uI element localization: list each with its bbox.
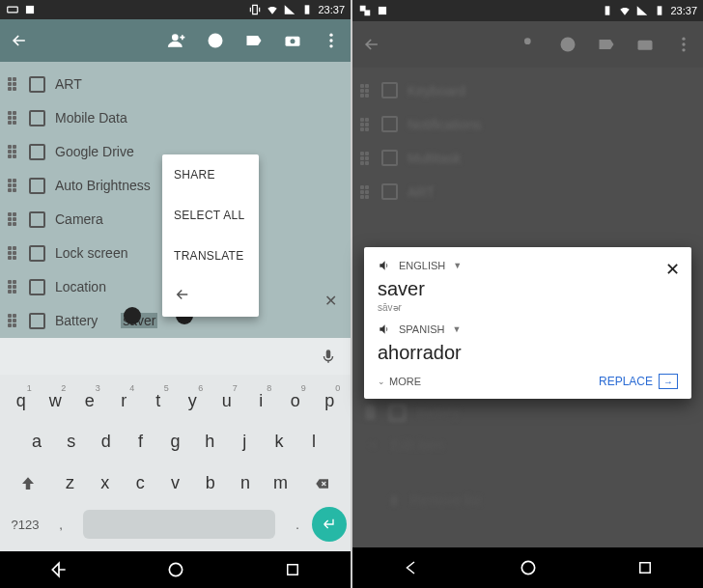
key-v[interactable]: v	[160, 464, 189, 503]
key-l[interactable]: l	[299, 423, 328, 462]
person-add-icon[interactable]	[520, 35, 539, 54]
ctx-translate[interactable]: TRANSLATE	[162, 236, 259, 276]
nav-home[interactable]	[165, 559, 186, 580]
replace-icon: →	[659, 374, 678, 389]
key-r[interactable]: r4	[109, 381, 138, 420]
drag-handle-icon	[360, 185, 372, 199]
signal-icon	[635, 4, 649, 17]
nav-back[interactable]	[48, 559, 70, 580]
back-icon[interactable]	[362, 35, 381, 54]
overflow-icon[interactable]	[322, 31, 341, 50]
checkbox[interactable]	[29, 245, 45, 262]
nav-back[interactable]	[401, 557, 422, 578]
key-u[interactable]: u7	[212, 381, 241, 420]
checkbox[interactable]	[29, 144, 45, 160]
back-icon[interactable]	[10, 31, 29, 50]
nav-home-icon	[166, 560, 185, 579]
key-i[interactable]: i8	[246, 381, 275, 420]
key-f[interactable]: f	[127, 423, 155, 462]
label-icon[interactable]	[597, 35, 616, 54]
key-shift[interactable]	[7, 464, 49, 503]
camera-icon[interactable]	[635, 35, 655, 54]
key-c[interactable]: c	[126, 464, 155, 503]
nav-bar	[0, 551, 351, 588]
speaker-icon[interactable]	[378, 259, 391, 272]
svg-point-22	[682, 48, 685, 51]
checkbox[interactable]	[29, 211, 45, 228]
checkbox[interactable]	[29, 110, 45, 126]
key-a[interactable]: a	[22, 423, 51, 462]
selection-handle-start[interactable]	[124, 307, 141, 324]
key-s[interactable]: s	[57, 423, 86, 462]
key-m[interactable]: m	[266, 464, 295, 503]
key-b[interactable]: b	[196, 464, 225, 503]
key-q[interactable]: q1	[7, 381, 36, 420]
drag-handle-icon[interactable]	[8, 179, 19, 192]
drag-handle-icon[interactable]	[8, 77, 19, 91]
svg-point-18	[561, 38, 576, 52]
key-comma[interactable]: ,	[46, 505, 75, 544]
drag-handle-icon[interactable]	[8, 212, 19, 226]
key-n[interactable]: n	[231, 464, 260, 503]
list-item: Keyboard	[352, 73, 703, 107]
ctx-select-all[interactable]: SELECT ALL	[162, 195, 259, 236]
key-z[interactable]: z	[55, 464, 84, 503]
key-o[interactable]: o9	[281, 381, 310, 420]
key-e[interactable]: e3	[75, 381, 104, 420]
ctx-back[interactable]	[162, 276, 259, 317]
list-item[interactable]: ART	[0, 68, 351, 101]
key-t[interactable]: t5	[144, 381, 173, 420]
checkbox[interactable]	[29, 279, 45, 295]
speaker-icon[interactable]	[378, 322, 391, 336]
svg-rect-1	[26, 6, 34, 14]
key-x[interactable]: x	[91, 464, 120, 503]
list-item-label: Keyboard	[408, 83, 465, 98]
key-y[interactable]: y6	[178, 381, 207, 420]
checkbox[interactable]	[29, 313, 45, 329]
app-header	[352, 21, 703, 68]
camera-icon[interactable]	[283, 31, 302, 50]
palette-icon[interactable]	[206, 31, 225, 50]
key-d[interactable]: d	[92, 423, 121, 462]
label-icon[interactable]	[244, 31, 264, 50]
drag-handle-icon[interactable]	[8, 280, 19, 294]
checkbox	[381, 183, 398, 200]
drag-handle-icon[interactable]	[8, 145, 19, 158]
key-k[interactable]: k	[265, 423, 294, 462]
key-g[interactable]: g	[160, 423, 189, 462]
key-symbols[interactable]: ?123	[4, 505, 46, 544]
svg-rect-24	[639, 563, 650, 574]
clear-icon[interactable]: ✕	[324, 292, 337, 310]
key-j[interactable]: j	[230, 423, 259, 462]
key-p[interactable]: p0	[315, 381, 344, 420]
drag-handle-icon[interactable]	[8, 314, 19, 327]
key-w[interactable]: w2	[41, 381, 70, 420]
nav-recents[interactable]	[282, 559, 303, 580]
drag-handle-icon[interactable]	[8, 111, 19, 125]
checkbox[interactable]	[29, 178, 45, 194]
person-add-icon[interactable]	[167, 31, 186, 50]
key-enter[interactable]	[312, 507, 347, 542]
back-arrow-icon	[174, 286, 191, 303]
checkbox	[381, 150, 398, 166]
key-period[interactable]: .	[283, 505, 312, 544]
palette-icon[interactable]	[558, 35, 577, 54]
list-item[interactable]: Mobile Data	[0, 101, 351, 135]
replace-button[interactable]: REPLACE→	[599, 374, 678, 389]
checkbox[interactable]	[29, 76, 45, 93]
key-h[interactable]: h	[195, 423, 224, 462]
screenshot-left: 23:37 ART Mobile Data Google Drive Auto …	[0, 0, 351, 588]
mic-icon[interactable]	[320, 348, 337, 365]
key-space[interactable]	[83, 510, 275, 539]
more-button[interactable]: ⌄MORE	[378, 376, 421, 387]
key-backspace[interactable]	[301, 464, 344, 503]
nav-home[interactable]	[518, 557, 539, 578]
close-icon[interactable]: ✕	[665, 259, 680, 280]
nav-recents[interactable]	[634, 557, 656, 578]
src-lang-row[interactable]: ENGLISH ▼	[378, 259, 678, 272]
ctx-share[interactable]: SHARE	[162, 154, 259, 195]
dst-lang-row[interactable]: SPANISH ▼	[378, 322, 678, 336]
overflow-icon[interactable]	[674, 35, 693, 54]
below-content: Battery ＋ Edit item	[352, 396, 703, 462]
drag-handle-icon[interactable]	[8, 246, 19, 260]
